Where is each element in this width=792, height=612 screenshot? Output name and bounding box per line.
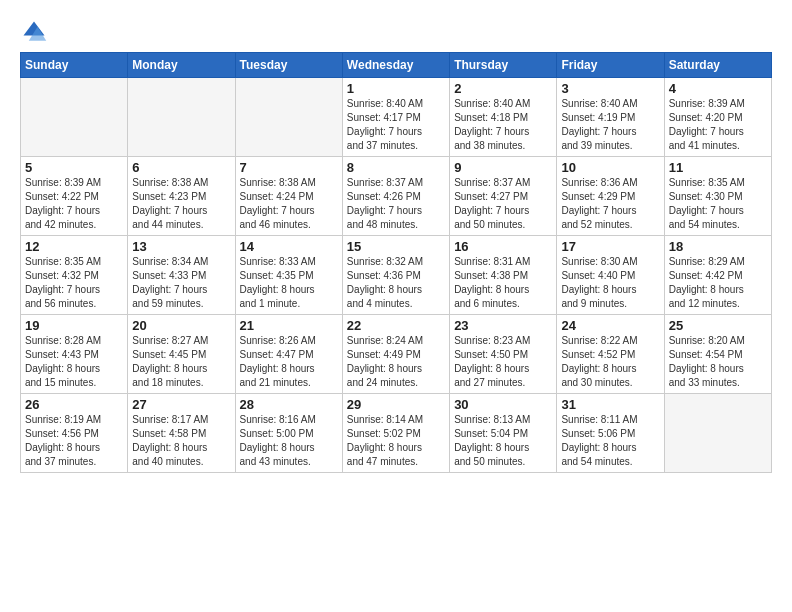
- logo: [20, 18, 52, 46]
- day-number: 16: [454, 239, 552, 254]
- day-number: 30: [454, 397, 552, 412]
- day-number: 31: [561, 397, 659, 412]
- day-detail: Sunrise: 8:22 AM Sunset: 4:52 PM Dayligh…: [561, 334, 659, 390]
- weekday-header-sunday: Sunday: [21, 53, 128, 78]
- day-detail: Sunrise: 8:35 AM Sunset: 4:32 PM Dayligh…: [25, 255, 123, 311]
- day-number: 5: [25, 160, 123, 175]
- day-number: 20: [132, 318, 230, 333]
- weekday-header-saturday: Saturday: [664, 53, 771, 78]
- day-detail: Sunrise: 8:27 AM Sunset: 4:45 PM Dayligh…: [132, 334, 230, 390]
- table-row: 1Sunrise: 8:40 AM Sunset: 4:17 PM Daylig…: [342, 78, 449, 157]
- day-number: 2: [454, 81, 552, 96]
- day-detail: Sunrise: 8:28 AM Sunset: 4:43 PM Dayligh…: [25, 334, 123, 390]
- table-row: 20Sunrise: 8:27 AM Sunset: 4:45 PM Dayli…: [128, 315, 235, 394]
- day-number: 19: [25, 318, 123, 333]
- header: [20, 18, 772, 46]
- table-row: 2Sunrise: 8:40 AM Sunset: 4:18 PM Daylig…: [450, 78, 557, 157]
- table-row: 31Sunrise: 8:11 AM Sunset: 5:06 PM Dayli…: [557, 394, 664, 473]
- day-number: 4: [669, 81, 767, 96]
- calendar-week-row: 1Sunrise: 8:40 AM Sunset: 4:17 PM Daylig…: [21, 78, 772, 157]
- table-row: 13Sunrise: 8:34 AM Sunset: 4:33 PM Dayli…: [128, 236, 235, 315]
- day-number: 11: [669, 160, 767, 175]
- day-number: 8: [347, 160, 445, 175]
- weekday-header-tuesday: Tuesday: [235, 53, 342, 78]
- day-number: 29: [347, 397, 445, 412]
- calendar-week-row: 12Sunrise: 8:35 AM Sunset: 4:32 PM Dayli…: [21, 236, 772, 315]
- table-row: 26Sunrise: 8:19 AM Sunset: 4:56 PM Dayli…: [21, 394, 128, 473]
- weekday-header-friday: Friday: [557, 53, 664, 78]
- day-detail: Sunrise: 8:32 AM Sunset: 4:36 PM Dayligh…: [347, 255, 445, 311]
- table-row: 12Sunrise: 8:35 AM Sunset: 4:32 PM Dayli…: [21, 236, 128, 315]
- table-row: 16Sunrise: 8:31 AM Sunset: 4:38 PM Dayli…: [450, 236, 557, 315]
- day-detail: Sunrise: 8:39 AM Sunset: 4:20 PM Dayligh…: [669, 97, 767, 153]
- table-row: 14Sunrise: 8:33 AM Sunset: 4:35 PM Dayli…: [235, 236, 342, 315]
- table-row: 7Sunrise: 8:38 AM Sunset: 4:24 PM Daylig…: [235, 157, 342, 236]
- logo-icon: [20, 18, 48, 46]
- table-row: 23Sunrise: 8:23 AM Sunset: 4:50 PM Dayli…: [450, 315, 557, 394]
- table-row: 4Sunrise: 8:39 AM Sunset: 4:20 PM Daylig…: [664, 78, 771, 157]
- day-number: 25: [669, 318, 767, 333]
- day-number: 24: [561, 318, 659, 333]
- day-detail: Sunrise: 8:11 AM Sunset: 5:06 PM Dayligh…: [561, 413, 659, 469]
- day-detail: Sunrise: 8:33 AM Sunset: 4:35 PM Dayligh…: [240, 255, 338, 311]
- weekday-header-row: SundayMondayTuesdayWednesdayThursdayFrid…: [21, 53, 772, 78]
- table-row: 10Sunrise: 8:36 AM Sunset: 4:29 PM Dayli…: [557, 157, 664, 236]
- day-detail: Sunrise: 8:37 AM Sunset: 4:27 PM Dayligh…: [454, 176, 552, 232]
- day-detail: Sunrise: 8:40 AM Sunset: 4:19 PM Dayligh…: [561, 97, 659, 153]
- table-row: 8Sunrise: 8:37 AM Sunset: 4:26 PM Daylig…: [342, 157, 449, 236]
- day-detail: Sunrise: 8:29 AM Sunset: 4:42 PM Dayligh…: [669, 255, 767, 311]
- table-row: 24Sunrise: 8:22 AM Sunset: 4:52 PM Dayli…: [557, 315, 664, 394]
- table-row: 6Sunrise: 8:38 AM Sunset: 4:23 PM Daylig…: [128, 157, 235, 236]
- table-row: 9Sunrise: 8:37 AM Sunset: 4:27 PM Daylig…: [450, 157, 557, 236]
- calendar-table: SundayMondayTuesdayWednesdayThursdayFrid…: [20, 52, 772, 473]
- table-row: 22Sunrise: 8:24 AM Sunset: 4:49 PM Dayli…: [342, 315, 449, 394]
- table-row: 21Sunrise: 8:26 AM Sunset: 4:47 PM Dayli…: [235, 315, 342, 394]
- day-number: 21: [240, 318, 338, 333]
- day-detail: Sunrise: 8:30 AM Sunset: 4:40 PM Dayligh…: [561, 255, 659, 311]
- table-row: 28Sunrise: 8:16 AM Sunset: 5:00 PM Dayli…: [235, 394, 342, 473]
- day-detail: Sunrise: 8:26 AM Sunset: 4:47 PM Dayligh…: [240, 334, 338, 390]
- day-detail: Sunrise: 8:38 AM Sunset: 4:24 PM Dayligh…: [240, 176, 338, 232]
- weekday-header-wednesday: Wednesday: [342, 53, 449, 78]
- day-detail: Sunrise: 8:38 AM Sunset: 4:23 PM Dayligh…: [132, 176, 230, 232]
- day-number: 17: [561, 239, 659, 254]
- table-row: 15Sunrise: 8:32 AM Sunset: 4:36 PM Dayli…: [342, 236, 449, 315]
- day-detail: Sunrise: 8:40 AM Sunset: 4:17 PM Dayligh…: [347, 97, 445, 153]
- day-number: 3: [561, 81, 659, 96]
- day-number: 15: [347, 239, 445, 254]
- day-number: 6: [132, 160, 230, 175]
- day-detail: Sunrise: 8:39 AM Sunset: 4:22 PM Dayligh…: [25, 176, 123, 232]
- table-row: 18Sunrise: 8:29 AM Sunset: 4:42 PM Dayli…: [664, 236, 771, 315]
- table-row: 27Sunrise: 8:17 AM Sunset: 4:58 PM Dayli…: [128, 394, 235, 473]
- day-number: 18: [669, 239, 767, 254]
- day-number: 7: [240, 160, 338, 175]
- day-number: 13: [132, 239, 230, 254]
- day-detail: Sunrise: 8:24 AM Sunset: 4:49 PM Dayligh…: [347, 334, 445, 390]
- calendar-week-row: 5Sunrise: 8:39 AM Sunset: 4:22 PM Daylig…: [21, 157, 772, 236]
- day-detail: Sunrise: 8:23 AM Sunset: 4:50 PM Dayligh…: [454, 334, 552, 390]
- day-detail: Sunrise: 8:16 AM Sunset: 5:00 PM Dayligh…: [240, 413, 338, 469]
- day-number: 28: [240, 397, 338, 412]
- calendar-week-row: 19Sunrise: 8:28 AM Sunset: 4:43 PM Dayli…: [21, 315, 772, 394]
- day-number: 27: [132, 397, 230, 412]
- table-row: 3Sunrise: 8:40 AM Sunset: 4:19 PM Daylig…: [557, 78, 664, 157]
- day-number: 26: [25, 397, 123, 412]
- table-row: 29Sunrise: 8:14 AM Sunset: 5:02 PM Dayli…: [342, 394, 449, 473]
- table-row: 5Sunrise: 8:39 AM Sunset: 4:22 PM Daylig…: [21, 157, 128, 236]
- day-number: 9: [454, 160, 552, 175]
- table-row: [664, 394, 771, 473]
- day-number: 12: [25, 239, 123, 254]
- weekday-header-monday: Monday: [128, 53, 235, 78]
- table-row: [235, 78, 342, 157]
- day-number: 14: [240, 239, 338, 254]
- day-number: 10: [561, 160, 659, 175]
- table-row: [128, 78, 235, 157]
- day-detail: Sunrise: 8:17 AM Sunset: 4:58 PM Dayligh…: [132, 413, 230, 469]
- day-detail: Sunrise: 8:31 AM Sunset: 4:38 PM Dayligh…: [454, 255, 552, 311]
- table-row: [21, 78, 128, 157]
- day-detail: Sunrise: 8:13 AM Sunset: 5:04 PM Dayligh…: [454, 413, 552, 469]
- table-row: 11Sunrise: 8:35 AM Sunset: 4:30 PM Dayli…: [664, 157, 771, 236]
- day-number: 1: [347, 81, 445, 96]
- day-detail: Sunrise: 8:37 AM Sunset: 4:26 PM Dayligh…: [347, 176, 445, 232]
- calendar-week-row: 26Sunrise: 8:19 AM Sunset: 4:56 PM Dayli…: [21, 394, 772, 473]
